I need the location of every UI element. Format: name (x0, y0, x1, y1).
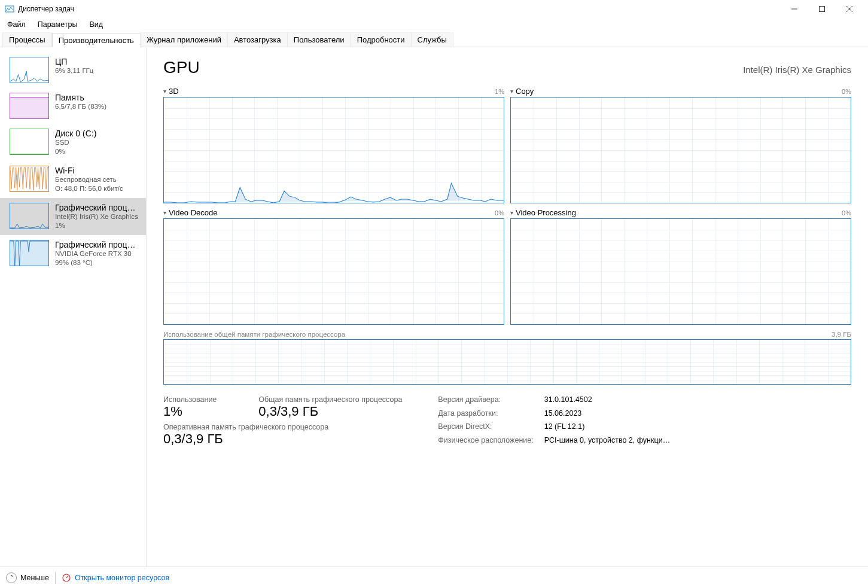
chart-vd-box[interactable] (163, 218, 504, 325)
sidebar-item-gpu1[interactable]: Графический процессор 1 NVIDIA GeForce R… (0, 235, 146, 272)
drv-ver-value: 31.0.101.4502 (544, 395, 670, 407)
chevron-down-icon[interactable]: ▾ (163, 209, 166, 216)
chart-3d-pct: 1% (495, 88, 504, 95)
content-title: GPU (163, 58, 200, 77)
gpu0-sub2: 1% (55, 221, 140, 230)
resmon-icon (62, 573, 71, 583)
loc-label: Физическое расположение: (438, 436, 533, 447)
separator (55, 572, 56, 584)
menu-options[interactable]: Параметры (34, 19, 81, 30)
chart-copy-box[interactable] (510, 97, 851, 203)
disk-sub2: 0% (55, 147, 140, 156)
mem-chart-right: 3,9 ГБ (832, 331, 851, 338)
shared-mem-label: Общая память графического процессора (258, 395, 402, 404)
drv-date-label: Дата разработки: (438, 409, 533, 421)
ded-mem-value: 0,3/3,9 ГБ (163, 431, 402, 447)
chart-copy-pct: 0% (842, 88, 851, 95)
gpu0-thumb (10, 203, 49, 229)
chart-3d: ▾ 3D 1% (163, 87, 504, 203)
main: ЦП 6% 3,11 ГГц Память 6,5/7,8 ГБ (83%) Д… (0, 47, 868, 566)
chevron-down-icon[interactable]: ▾ (510, 88, 513, 95)
sidebar-item-memory[interactable]: Память 6,5/7,8 ГБ (83%) (0, 88, 146, 124)
minimize-button[interactable] (781, 0, 808, 18)
svg-line-8 (66, 576, 68, 578)
chart-vd-label[interactable]: Video Decode (169, 208, 217, 217)
window-title: Диспетчер задач (18, 5, 74, 13)
wifi-sub2: О: 48,0 П: 56,0 кбит/с (55, 184, 140, 193)
tab-app-history[interactable]: Журнал приложений (140, 32, 228, 47)
app-icon (5, 4, 14, 14)
menubar: Файл Параметры Вид (0, 18, 868, 31)
window-controls (781, 0, 863, 18)
sidebar-item-gpu0[interactable]: Графический процессор 0 Intel(R) Iris(R)… (0, 198, 146, 235)
shared-mem-value: 0,3/3,9 ГБ (258, 404, 402, 419)
chart-video-decode: ▾ Video Decode 0% (163, 208, 504, 325)
chart-vp-box[interactable] (510, 218, 851, 325)
sidebar-item-disk[interactable]: Диск 0 (C:) SSD 0% (0, 124, 146, 161)
chart-3d-box[interactable] (163, 97, 504, 203)
chart-vd-pct: 0% (495, 209, 504, 217)
gpu0-sub1: Intel(R) Iris(R) Xe Graphics (55, 212, 140, 221)
chevron-down-icon[interactable]: ▾ (163, 88, 166, 95)
ded-mem-label: Оперативная память графического процессо… (163, 423, 402, 431)
resmon-label: Открыть монитор ресурсов (75, 574, 169, 582)
close-button[interactable] (836, 0, 863, 18)
sidebar-item-wifi[interactable]: Wi-Fi Беспроводная сеть О: 48,0 П: 56,0 … (0, 161, 146, 198)
chart-vp-pct: 0% (842, 209, 851, 217)
content: GPU Intel(R) Iris(R) Xe Graphics ▾ 3D 1% (147, 47, 868, 566)
footer: ˄ Меньше Открыть монитор ресурсов (0, 566, 868, 588)
cpu-title: ЦП (55, 57, 140, 66)
wifi-sub1: Беспроводная сеть (55, 175, 140, 184)
util-value: 1% (163, 404, 217, 419)
gpu1-title: Графический процессор 1 (55, 240, 140, 249)
chart-copy: ▾ Copy 0% (510, 87, 851, 203)
chart-3d-label[interactable]: 3D (169, 87, 179, 96)
mem-chart-label: Использование общей памяти графического … (163, 331, 345, 338)
fewer-details-button[interactable]: ˄ Меньше (6, 572, 49, 583)
drv-ver-label: Версия драйвера: (438, 395, 533, 407)
chart-copy-label[interactable]: Copy (516, 87, 534, 96)
content-subtitle: Intel(R) Iris(R) Xe Graphics (743, 65, 851, 75)
chart-vp-label[interactable]: Video Processing (516, 208, 576, 217)
sidebar: ЦП 6% 3,11 ГГц Память 6,5/7,8 ГБ (83%) Д… (0, 47, 147, 566)
open-resmon-link[interactable]: Открыть монитор ресурсов (62, 573, 169, 583)
gpu0-title: Графический процессор 0 (55, 203, 140, 212)
tab-services[interactable]: Службы (411, 32, 453, 47)
disk-title: Диск 0 (C:) (55, 129, 140, 138)
mem-chart-box[interactable] (163, 339, 851, 385)
tab-performance[interactable]: Производительность (52, 33, 141, 47)
drv-date-value: 15.06.2023 (544, 409, 670, 421)
util-label: Использование (163, 395, 217, 404)
dx-label: Версия DirectX: (438, 422, 533, 434)
tabs: Процессы Производительность Журнал прило… (0, 31, 868, 47)
sidebar-item-cpu[interactable]: ЦП 6% 3,11 ГГц (0, 52, 146, 88)
wifi-title: Wi-Fi (55, 166, 140, 175)
fewer-label: Меньше (20, 574, 49, 582)
titlebar: Диспетчер задач (0, 0, 868, 18)
gpu1-thumb (10, 240, 49, 266)
tab-startup[interactable]: Автозагрузка (227, 32, 288, 47)
maximize-button[interactable] (808, 0, 836, 18)
chart-video-processing: ▾ Video Processing 0% (510, 208, 851, 325)
loc-value: PCI-шина 0, устройство 2, функци… (544, 436, 670, 447)
gpu1-sub1: NVIDIA GeForce RTX 30 (55, 249, 140, 258)
chevron-up-icon: ˄ (6, 572, 17, 583)
menu-file[interactable]: Файл (4, 19, 29, 30)
cpu-sub: 6% 3,11 ГГц (55, 66, 140, 75)
cpu-thumb (10, 57, 49, 83)
memory-sub: 6,5/7,8 ГБ (83%) (55, 102, 140, 111)
menu-view[interactable]: Вид (86, 19, 106, 30)
tab-processes[interactable]: Процессы (2, 32, 52, 47)
memory-title: Память (55, 93, 140, 102)
tab-users[interactable]: Пользователи (287, 32, 351, 47)
stats: Использование 1% Общая память графическо… (163, 395, 851, 447)
mem-chart: Использование общей памяти графического … (163, 331, 851, 385)
disk-sub1: SSD (55, 138, 140, 147)
svg-rect-5 (10, 98, 48, 118)
dx-value: 12 (FL 12.1) (544, 422, 670, 434)
chevron-down-icon[interactable]: ▾ (510, 209, 513, 216)
wifi-thumb (10, 166, 49, 192)
tab-details[interactable]: Подробности (351, 32, 412, 47)
charts-grid: ▾ 3D 1% ▾ Copy 0% (163, 87, 851, 325)
memory-thumb (10, 93, 49, 119)
